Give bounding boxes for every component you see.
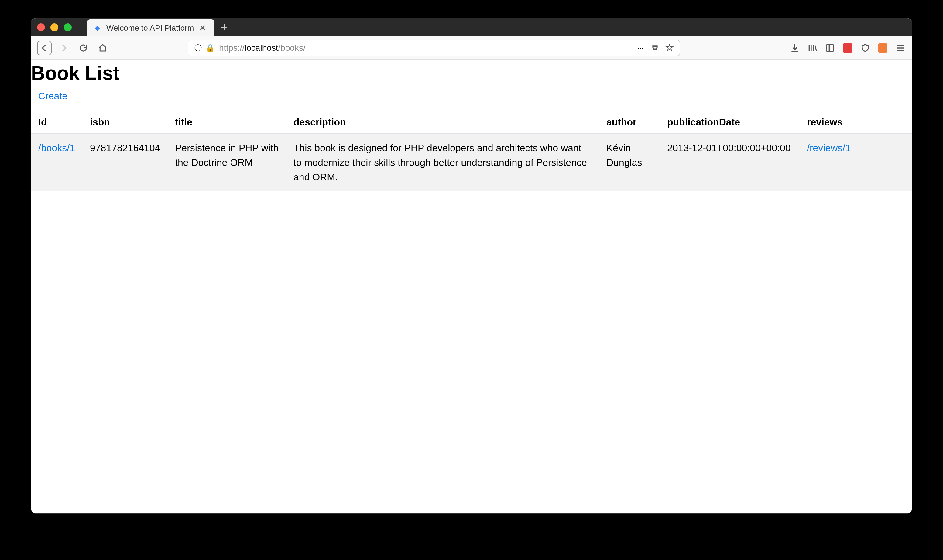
url-bar[interactable]: ⓘ 🔒 https://localhost/books/ ··· xyxy=(188,40,680,56)
book-author: Kévin Dunglas xyxy=(599,134,660,191)
pocket-icon[interactable] xyxy=(650,43,659,52)
arrow-left-icon xyxy=(40,43,49,52)
info-icon[interactable]: ⓘ xyxy=(194,43,203,52)
create-link[interactable]: Create xyxy=(31,88,68,111)
new-tab-button[interactable]: + xyxy=(220,21,228,34)
maximize-window-button[interactable] xyxy=(64,23,72,31)
table-row: /books/1 9781782164104 Persistence in PH… xyxy=(31,134,912,191)
bookmark-icon[interactable] xyxy=(665,43,674,52)
forward-button[interactable] xyxy=(57,41,71,55)
url-right-icons: ··· xyxy=(636,43,674,52)
lock-warning-icon[interactable]: 🔒 xyxy=(206,43,215,52)
close-window-button[interactable] xyxy=(37,23,45,31)
toolbar-right xyxy=(789,43,906,54)
url-text[interactable]: https://localhost/books/ xyxy=(219,43,632,53)
toolbar: ⓘ 🔒 https://localhost/books/ ··· xyxy=(31,37,912,60)
book-table: Id isbn title description author publica… xyxy=(31,111,912,191)
header-author: author xyxy=(599,111,660,134)
header-reviews: reviews xyxy=(800,111,912,134)
url-path: /books/ xyxy=(278,43,306,52)
library-icon[interactable] xyxy=(807,43,818,54)
menu-icon[interactable] xyxy=(895,43,906,54)
header-title: title xyxy=(168,111,286,134)
home-button[interactable] xyxy=(96,41,110,55)
book-publication-date: 2013-12-01T00:00:00+00:00 xyxy=(660,134,800,191)
table-header-row: Id isbn title description author publica… xyxy=(31,111,912,134)
more-icon[interactable]: ··· xyxy=(636,43,645,52)
sidebar-icon[interactable] xyxy=(824,43,835,54)
book-reviews-link[interactable]: /reviews/1 xyxy=(807,142,851,153)
svg-rect-0 xyxy=(826,45,834,51)
page-content: Book List Create Id isbn title descripti… xyxy=(31,60,912,513)
close-tab-icon[interactable]: ✕ xyxy=(199,23,206,33)
extension-orange-icon[interactable] xyxy=(877,43,888,54)
reload-icon xyxy=(79,43,88,52)
reload-button[interactable] xyxy=(76,41,91,55)
book-description: This book is designed for PHP developers… xyxy=(286,134,599,191)
header-isbn: isbn xyxy=(83,111,168,134)
downloads-icon[interactable] xyxy=(789,43,800,54)
header-publication-date: publicationDate xyxy=(660,111,800,134)
back-button[interactable] xyxy=(37,41,52,55)
tab-favicon-icon: ◆ xyxy=(93,24,102,32)
header-id: Id xyxy=(31,111,83,134)
url-host: localhost xyxy=(245,43,278,52)
browser-tab[interactable]: ◆ Welcome to API Platform ✕ xyxy=(87,20,214,37)
titlebar: ◆ Welcome to API Platform ✕ + xyxy=(31,18,912,37)
arrow-right-icon xyxy=(59,43,68,52)
home-icon xyxy=(98,43,107,52)
book-isbn: 9781782164104 xyxy=(83,134,168,191)
header-description: description xyxy=(286,111,599,134)
url-prefix: https:// xyxy=(219,43,245,52)
url-left-icons: ⓘ 🔒 xyxy=(194,43,215,52)
traffic-lights xyxy=(37,23,72,31)
book-id-link[interactable]: /books/1 xyxy=(38,142,75,153)
minimize-window-button[interactable] xyxy=(51,23,59,31)
browser-window: ◆ Welcome to API Platform ✕ + ⓘ 🔒 https:… xyxy=(31,18,912,513)
extension-red-icon[interactable] xyxy=(842,43,853,54)
tab-title: Welcome to API Platform xyxy=(106,23,194,33)
shield-icon[interactable] xyxy=(860,43,871,54)
page-title: Book List xyxy=(31,60,912,88)
book-title: Persistence in PHP with the Doctrine ORM xyxy=(168,134,286,191)
